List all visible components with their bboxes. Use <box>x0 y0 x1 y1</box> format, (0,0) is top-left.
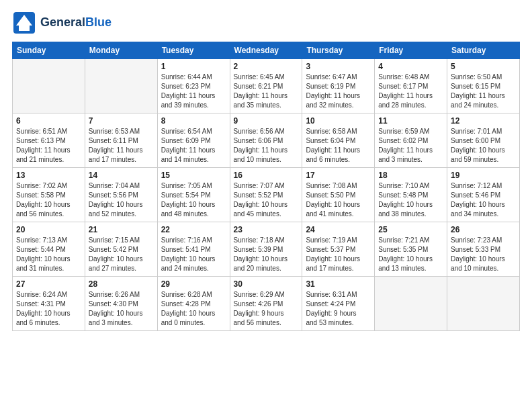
calendar-cell: 28Sunrise: 6:26 AM Sunset: 4:30 PM Dayli… <box>85 277 157 331</box>
calendar-cell <box>375 277 447 331</box>
calendar-cell: 3Sunrise: 6:47 AM Sunset: 6:19 PM Daylig… <box>302 59 375 113</box>
day-info: Sunrise: 6:31 AM Sunset: 4:24 PM Dayligh… <box>306 290 371 328</box>
day-info: Sunrise: 7:18 AM Sunset: 5:39 PM Dayligh… <box>234 236 299 273</box>
day-number: 16 <box>234 171 299 180</box>
day-info: Sunrise: 7:10 AM Sunset: 5:48 PM Dayligh… <box>378 181 443 219</box>
col-header-wednesday: Wednesday <box>230 42 302 59</box>
calendar-cell: 5Sunrise: 6:50 AM Sunset: 6:15 PM Daylig… <box>447 59 520 113</box>
calendar-cell: 22Sunrise: 7:16 AM Sunset: 5:41 PM Dayli… <box>157 222 230 277</box>
day-info: Sunrise: 7:12 AM Sunset: 5:46 PM Dayligh… <box>451 181 516 219</box>
calendar-cell: 16Sunrise: 7:07 AM Sunset: 5:52 PM Dayli… <box>230 168 302 222</box>
logo-icon <box>12 11 36 35</box>
day-info: Sunrise: 7:15 AM Sunset: 5:42 PM Dayligh… <box>89 236 154 273</box>
day-number: 5 <box>451 62 516 71</box>
calendar-cell: 23Sunrise: 7:18 AM Sunset: 5:39 PM Dayli… <box>230 222 302 277</box>
calendar-cell: 18Sunrise: 7:10 AM Sunset: 5:48 PM Dayli… <box>375 168 447 222</box>
logo: GeneralBlue <box>12 11 112 35</box>
calendar-cell: 27Sunrise: 6:24 AM Sunset: 4:31 PM Dayli… <box>13 277 85 331</box>
day-info: Sunrise: 6:29 AM Sunset: 4:26 PM Dayligh… <box>234 290 299 328</box>
day-number: 14 <box>89 171 154 180</box>
calendar-cell: 19Sunrise: 7:12 AM Sunset: 5:46 PM Dayli… <box>447 168 520 222</box>
logo-blue: Blue <box>85 15 112 29</box>
day-number: 15 <box>161 171 226 180</box>
calendar-cell: 21Sunrise: 7:15 AM Sunset: 5:42 PM Dayli… <box>85 222 157 277</box>
calendar-cell: 4Sunrise: 6:48 AM Sunset: 6:17 PM Daylig… <box>375 59 447 113</box>
day-info: Sunrise: 6:45 AM Sunset: 6:21 PM Dayligh… <box>234 73 299 110</box>
day-info: Sunrise: 6:59 AM Sunset: 6:02 PM Dayligh… <box>378 127 443 165</box>
calendar-cell: 6Sunrise: 6:51 AM Sunset: 6:13 PM Daylig… <box>13 113 85 168</box>
calendar-cell: 2Sunrise: 6:45 AM Sunset: 6:21 PM Daylig… <box>230 59 302 113</box>
day-number: 6 <box>16 116 81 126</box>
day-number: 7 <box>89 116 154 126</box>
col-header-monday: Monday <box>85 42 157 59</box>
calendar-cell: 29Sunrise: 6:28 AM Sunset: 4:28 PM Dayli… <box>157 277 230 331</box>
day-number: 4 <box>378 62 443 71</box>
day-number: 2 <box>234 62 299 71</box>
header: GeneralBlue <box>12 11 520 35</box>
day-number: 10 <box>306 116 371 126</box>
day-number: 23 <box>234 225 299 234</box>
calendar-cell: 9Sunrise: 6:56 AM Sunset: 6:06 PM Daylig… <box>230 113 302 168</box>
day-number: 22 <box>161 225 226 234</box>
day-info: Sunrise: 6:50 AM Sunset: 6:15 PM Dayligh… <box>451 73 516 110</box>
day-info: Sunrise: 7:05 AM Sunset: 5:54 PM Dayligh… <box>161 181 226 219</box>
day-info: Sunrise: 7:23 AM Sunset: 5:33 PM Dayligh… <box>451 236 516 273</box>
calendar-cell: 14Sunrise: 7:04 AM Sunset: 5:56 PM Dayli… <box>85 168 157 222</box>
day-info: Sunrise: 6:47 AM Sunset: 6:19 PM Dayligh… <box>306 73 371 110</box>
day-number: 18 <box>378 171 443 180</box>
day-number: 11 <box>378 116 443 126</box>
calendar-cell <box>447 277 520 331</box>
day-info: Sunrise: 7:21 AM Sunset: 5:35 PM Dayligh… <box>378 236 443 273</box>
svg-rect-2 <box>19 26 30 31</box>
col-header-tuesday: Tuesday <box>157 42 230 59</box>
day-info: Sunrise: 7:01 AM Sunset: 6:00 PM Dayligh… <box>451 127 516 165</box>
day-info: Sunrise: 7:19 AM Sunset: 5:37 PM Dayligh… <box>306 236 371 273</box>
day-number: 3 <box>306 62 371 71</box>
logo-general: General <box>40 15 85 29</box>
day-number: 9 <box>234 116 299 126</box>
col-header-sunday: Sunday <box>13 42 85 59</box>
calendar-cell: 24Sunrise: 7:19 AM Sunset: 5:37 PM Dayli… <box>302 222 375 277</box>
calendar-cell: 8Sunrise: 6:54 AM Sunset: 6:09 PM Daylig… <box>157 113 230 168</box>
day-number: 25 <box>378 225 443 234</box>
week-row-2: 6Sunrise: 6:51 AM Sunset: 6:13 PM Daylig… <box>13 113 520 168</box>
day-info: Sunrise: 6:24 AM Sunset: 4:31 PM Dayligh… <box>16 290 81 328</box>
col-header-thursday: Thursday <box>302 42 375 59</box>
week-row-3: 13Sunrise: 7:02 AM Sunset: 5:58 PM Dayli… <box>13 168 520 222</box>
day-info: Sunrise: 6:58 AM Sunset: 6:04 PM Dayligh… <box>306 127 371 165</box>
day-number: 30 <box>234 279 299 289</box>
calendar-cell: 20Sunrise: 7:13 AM Sunset: 5:44 PM Dayli… <box>13 222 85 277</box>
day-number: 1 <box>161 62 226 71</box>
calendar-cell: 13Sunrise: 7:02 AM Sunset: 5:58 PM Dayli… <box>13 168 85 222</box>
day-number: 24 <box>306 225 371 234</box>
day-number: 28 <box>89 279 154 289</box>
day-number: 12 <box>451 116 516 126</box>
calendar-cell: 7Sunrise: 6:53 AM Sunset: 6:11 PM Daylig… <box>85 113 157 168</box>
day-info: Sunrise: 6:54 AM Sunset: 6:09 PM Dayligh… <box>161 127 226 165</box>
day-info: Sunrise: 7:02 AM Sunset: 5:58 PM Dayligh… <box>16 181 81 219</box>
calendar-cell: 17Sunrise: 7:08 AM Sunset: 5:50 PM Dayli… <box>302 168 375 222</box>
week-row-1: 1Sunrise: 6:44 AM Sunset: 6:23 PM Daylig… <box>13 59 520 113</box>
col-header-saturday: Saturday <box>447 42 520 59</box>
day-number: 8 <box>161 116 226 126</box>
calendar-cell: 26Sunrise: 7:23 AM Sunset: 5:33 PM Dayli… <box>447 222 520 277</box>
day-info: Sunrise: 6:44 AM Sunset: 6:23 PM Dayligh… <box>161 73 226 110</box>
calendar-cell <box>13 59 85 113</box>
day-number: 13 <box>16 171 81 180</box>
calendar-cell: 25Sunrise: 7:21 AM Sunset: 5:35 PM Dayli… <box>375 222 447 277</box>
day-number: 27 <box>16 279 81 289</box>
day-info: Sunrise: 7:04 AM Sunset: 5:56 PM Dayligh… <box>89 181 154 219</box>
week-row-5: 27Sunrise: 6:24 AM Sunset: 4:31 PM Dayli… <box>13 277 520 331</box>
calendar-cell: 31Sunrise: 6:31 AM Sunset: 4:24 PM Dayli… <box>302 277 375 331</box>
day-info: Sunrise: 6:26 AM Sunset: 4:30 PM Dayligh… <box>89 290 154 328</box>
calendar-cell: 1Sunrise: 6:44 AM Sunset: 6:23 PM Daylig… <box>157 59 230 113</box>
day-info: Sunrise: 6:51 AM Sunset: 6:13 PM Dayligh… <box>16 127 81 165</box>
day-info: Sunrise: 6:28 AM Sunset: 4:28 PM Dayligh… <box>161 290 226 328</box>
day-info: Sunrise: 6:48 AM Sunset: 6:17 PM Dayligh… <box>378 73 443 110</box>
calendar: SundayMondayTuesdayWednesdayThursdayFrid… <box>12 42 520 331</box>
day-info: Sunrise: 7:13 AM Sunset: 5:44 PM Dayligh… <box>16 236 81 273</box>
day-number: 21 <box>89 225 154 234</box>
day-info: Sunrise: 6:56 AM Sunset: 6:06 PM Dayligh… <box>234 127 299 165</box>
calendar-cell: 30Sunrise: 6:29 AM Sunset: 4:26 PM Dayli… <box>230 277 302 331</box>
calendar-cell: 10Sunrise: 6:58 AM Sunset: 6:04 PM Dayli… <box>302 113 375 168</box>
